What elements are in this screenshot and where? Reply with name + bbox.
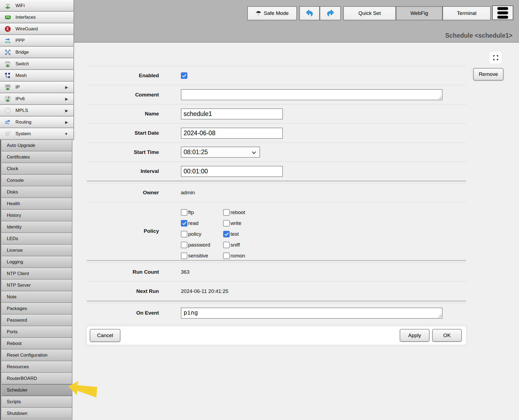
policy-checkbox-write[interactable] [223,220,230,227]
undo-button[interactable] [299,6,320,20]
sidebar-item-health[interactable]: Health [2,198,72,210]
redo-button[interactable] [320,6,341,20]
policy-checkbox-test[interactable] [223,231,230,237]
policy-sniff-label: sniff [230,242,240,248]
policy-checkbox-read[interactable] [181,220,187,227]
sidebar-item-ipv6[interactable]: 6 IPv6 ▶ [0,93,74,105]
ok-button[interactable]: OK [432,329,462,342]
sidebar-item-label: Interfaces [15,15,36,20]
policy-checkbox-sensitive[interactable] [181,253,187,259]
sidebar-item-packages[interactable]: Packages [2,303,72,315]
form-row-policy: Policy ftp read policy password sensitiv… [87,202,466,260]
check-icon [182,74,186,77]
sidebar-item-routing[interactable]: Routing ▶ [0,117,74,128]
cancel-button[interactable]: Cancel [90,329,120,342]
policy-checkbox-reboot[interactable] [223,209,230,216]
name-input[interactable] [181,108,283,119]
sidebar-item-clock[interactable]: Clock [2,163,72,175]
run-count-label: Run Count [87,269,159,275]
sidebar-item-interfaces[interactable]: Interfaces [0,12,74,23]
policy-checkbox-password[interactable] [181,242,187,248]
enabled-checkbox[interactable] [181,72,187,79]
apply-button[interactable]: Apply [400,329,430,342]
enabled-label: Enabled [87,73,159,79]
interval-label: Interval [87,168,159,174]
sidebar-item-history[interactable]: History [2,210,72,221]
policy-checkbox-sniff[interactable] [223,242,230,248]
sidebar-item-routerboard[interactable]: RouterBOARD [2,373,72,385]
sidebar-item-bridge[interactable]: Bridge [0,47,74,58]
sidebar-item-wireguard[interactable]: WireGuard [0,23,74,35]
wireguard-icon [4,25,11,33]
remove-button[interactable]: Remove [473,68,504,80]
sidebar-item-note[interactable]: Note [2,291,72,303]
comment-label: Comment [87,92,159,98]
sidebar-item-mesh[interactable]: Mesh [0,70,74,82]
sidebar-item-label: Mesh [15,73,27,78]
svg-text:6: 6 [8,96,9,99]
sidebar-item-ports[interactable]: Ports [2,326,72,338]
sidebar-item-shutdown[interactable]: Shutdown [2,408,72,419]
next-run-label: Next Run [87,288,159,294]
safe-mode-button[interactable]: ☂ Safe Mode [247,6,297,20]
on-event-label: On Event [87,310,159,316]
start-date-input[interactable] [181,128,283,139]
sidebar-item-mpls[interactable]: MPLS ▶ [0,105,74,117]
sidebar-item-disks[interactable]: Disks [2,186,72,198]
owner-label: Owner [87,190,159,196]
sidebar-item-reset-configuration[interactable]: Reset Configuration [2,350,72,361]
policy-checkbox-romon[interactable] [223,253,230,259]
policy-policy-label: policy [188,231,201,237]
sidebar-item-certificates[interactable]: Certificates [2,151,72,163]
policy-checkbox-ftp[interactable] [181,209,187,216]
sidebar-item-label: WireGuard [15,26,38,32]
undo-arrow-icon [305,9,314,18]
form-row-owner: Owner admin [87,183,466,202]
sidebar-item-console[interactable]: Console [2,175,72,186]
on-event-textarea[interactable]: ping [181,308,443,319]
sidebar-item-auto-upgrade[interactable]: Auto Upgrade [2,140,72,151]
bridge-icon [4,49,11,56]
sidebar-item-scheduler[interactable]: Scheduler [2,385,72,396]
umbrella-icon: ☂ [255,10,261,17]
sidebar-item-system[interactable]: ⚙⚙ System ▼ [0,128,74,140]
sidebar-item-ntp-client[interactable]: NTP Client [2,268,72,280]
sidebar-item-leds[interactable]: LEDs [2,233,72,245]
sidebar-item-scripts[interactable]: Scripts [2,396,72,408]
sidebar-item-password[interactable]: Password [2,315,72,326]
form-row-run-count: Run Count 363 [87,263,466,282]
policy-reboot-label: reboot [230,209,245,215]
interval-input[interactable] [181,166,283,177]
mesh-icon [4,72,11,79]
sidebar-item-label: IP [15,85,20,90]
sidebar-item-reboot[interactable]: Reboot [2,338,72,350]
sidebar-item-ntp-server[interactable]: NTP Server [2,280,72,291]
expand-right-icon: ▶ [65,97,68,101]
hamburger-menu-button[interactable] [492,5,513,20]
sidebar-item-label: Bridge [15,50,29,55]
sidebar-item-label: PPP [15,38,25,43]
sidebar-item-switch[interactable]: Switch [0,58,74,70]
sidebar-item-wifi[interactable]: WiFi [0,0,74,12]
sidebar-item-resources[interactable]: Resources [2,361,72,373]
fullscreen-icon [493,55,499,61]
policy-checkbox-policy[interactable] [181,231,187,237]
system-submenu: Auto Upgrade Certificates Clock Console … [0,140,72,420]
tab-terminal[interactable]: Terminal [443,6,491,20]
tab-webfig[interactable]: WebFig [396,6,443,20]
sidebar: WiFi Interfaces WireGuard PPP Bridge Swi… [0,0,74,420]
fullscreen-button[interactable] [489,52,502,64]
sidebar-item-ppp[interactable]: PPP [0,35,74,47]
sidebar-item-ip[interactable]: 255 IP ▶ [0,82,74,93]
form-row-next-run: Next Run 2024-06-11 20:41:25 [87,282,466,301]
sidebar-item-identity[interactable]: Identity [2,221,72,233]
header-band: ☂ Safe Mode Quick Set WebFig Terminal Sc… [0,0,519,43]
page-title: Schedule <schedule1> [445,32,512,39]
ppp-icon [4,37,11,44]
comment-textarea[interactable] [181,89,443,100]
sidebar-item-license[interactable]: License [2,245,72,256]
start-time-select[interactable]: 08:01:25 [181,147,260,158]
form-row-interval: Interval [87,161,466,181]
sidebar-item-logging[interactable]: Logging [2,256,72,268]
tab-quick-set[interactable]: Quick Set [343,6,396,20]
